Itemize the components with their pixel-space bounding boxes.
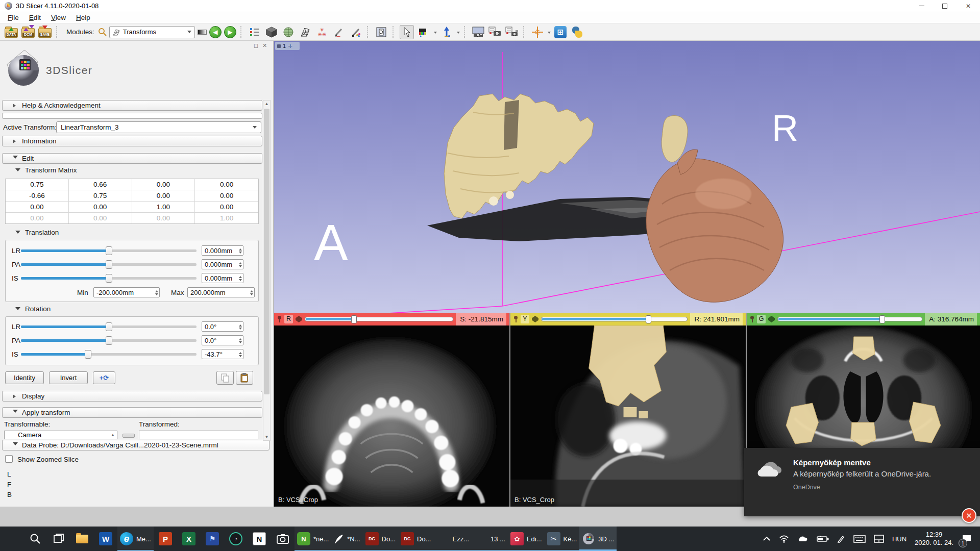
min-value-spinbox[interactable]: -200.000mm — [93, 287, 160, 297]
taskbar-task-view-button[interactable] — [47, 527, 70, 551]
tray-clock[interactable]: 12:39 2020. 01. 24. — [911, 527, 958, 551]
chevron-down-icon[interactable] — [548, 32, 551, 35]
menu-file[interactable]: File — [3, 13, 23, 22]
menu-view[interactable]: View — [46, 13, 70, 22]
chevron-down-icon[interactable] — [457, 32, 460, 35]
module-forward-button[interactable]: ▶ — [224, 26, 236, 38]
extensions-manager-button[interactable]: ⊞ — [553, 25, 568, 39]
pin-icon[interactable] — [750, 316, 754, 322]
taskbar-item-notion[interactable] — [248, 527, 271, 551]
active-transform-combobox[interactable]: LinearTransform_3 — [56, 121, 261, 133]
tray-chevron-button[interactable] — [758, 527, 775, 551]
annotation-ruler-button[interactable] — [332, 25, 346, 39]
taskbar-item-slicer[interactable]: 3D ... — [579, 527, 617, 551]
place-markup-button[interactable] — [439, 25, 454, 39]
taskbar-search-button[interactable] — [23, 527, 47, 551]
module-history-icon[interactable] — [198, 30, 207, 35]
panel-close-icon[interactable]: ✕ — [262, 42, 267, 49]
translation-lr-value[interactable]: 0.000mm — [202, 245, 243, 256]
information-section[interactable]: Information — [2, 136, 262, 146]
volume-rendering-button[interactable] — [264, 25, 279, 39]
module-back-button[interactable]: ◀ — [209, 26, 222, 38]
taskbar-item-acrobat[interactable]: Do... — [363, 527, 398, 551]
max-value-spinbox[interactable]: 200.000mm — [187, 287, 255, 297]
tray-tablet-mode[interactable] — [870, 527, 888, 551]
taskbar-item-powerpoint[interactable] — [154, 527, 177, 551]
scrollbar-thumb[interactable] — [264, 109, 270, 394]
list-item[interactable]: Camera — [18, 431, 41, 439]
load-dicom-button[interactable]: DCM — [21, 25, 35, 39]
slice-bar-yellow[interactable]: Y R: 241.901mm — [510, 313, 746, 325]
translation-header[interactable]: Translation — [15, 229, 59, 236]
screenshot-button[interactable] — [471, 25, 485, 39]
rotation-pa-value[interactable]: 0.0° — [202, 335, 243, 345]
rotation-is-slider[interactable] — [21, 349, 197, 359]
translation-pa-slider[interactable] — [21, 259, 197, 269]
tray-language[interactable]: HUN — [888, 527, 911, 551]
taskbar-item-pen-app[interactable]: *N... — [331, 527, 362, 551]
slice-letter-badge[interactable]: G — [757, 315, 766, 323]
transform-matrix-header[interactable]: Transform Matrix — [15, 166, 77, 174]
help-acknowledgement-section[interactable]: Help & Acknowledgement — [2, 100, 262, 111]
taskbar-item-firefox-2[interactable]: 13 ... — [472, 527, 508, 551]
module-search-icon[interactable] — [98, 28, 107, 36]
save-button[interactable]: SAVE — [38, 25, 52, 39]
slice-offset-slider-green[interactable] — [777, 315, 922, 323]
display-section[interactable]: Display — [2, 391, 262, 402]
edit-section[interactable]: Edit — [2, 153, 262, 164]
window-level-button[interactable] — [416, 25, 431, 39]
mouse-interaction-button[interactable] — [400, 25, 414, 39]
slice-bar-red[interactable]: R S: -21.815mm — [274, 313, 509, 325]
taskbar-item-firefox[interactable]: Ezz... — [434, 527, 472, 551]
close-button[interactable]: ✕ — [957, 0, 980, 12]
paste-button[interactable] — [236, 371, 253, 385]
taskbar-item-excel[interactable] — [177, 527, 201, 551]
layout-selector-button[interactable] — [374, 25, 388, 39]
transformed-list[interactable] — [139, 431, 258, 439]
taskbar-item-photos[interactable]: Edi... — [508, 527, 545, 551]
translation-lr-slider[interactable] — [21, 245, 197, 256]
scroll-down-icon[interactable]: ▼ — [263, 435, 270, 439]
slice-view-red-axial[interactable]: B: VCS_Crop — [274, 325, 509, 507]
show-zoomed-slice-checkbox[interactable] — [5, 455, 13, 463]
transfer-button[interactable] — [122, 434, 135, 438]
taskbar-item-flag-app[interactable] — [201, 527, 224, 551]
tray-onedrive[interactable] — [793, 527, 813, 551]
rotation-header[interactable]: Rotation — [15, 305, 51, 313]
apply-transform-section[interactable]: Apply transform — [2, 407, 262, 418]
transformable-list[interactable]: Camera ▲ — [4, 431, 117, 439]
view3d-controller-bar[interactable]: 1 ✛ — [275, 42, 300, 50]
tray-battery[interactable] — [813, 527, 833, 551]
scroll-up-icon[interactable]: ▲ — [111, 433, 115, 437]
taskbar-item-file-explorer[interactable] — [70, 527, 94, 551]
menu-edit[interactable]: Edit — [24, 13, 45, 22]
slice-view-yellow-sagittal[interactable]: B: VCS_Crop — [510, 325, 746, 507]
notification-close-badge[interactable]: ✕ — [962, 508, 976, 523]
slice-letter-badge[interactable]: Y — [521, 315, 529, 323]
python-console-button[interactable] — [570, 25, 584, 39]
slice-offset-slider-red[interactable] — [305, 315, 453, 323]
taskbar-item-notepad[interactable]: *ne... — [295, 527, 331, 551]
slice-visibility-icon[interactable] — [532, 316, 538, 322]
slice-bar-green[interactable]: G A: 316.764mm — [747, 313, 980, 325]
action-center-button[interactable]: 1 — [958, 527, 978, 551]
identity-button[interactable]: Identity — [5, 371, 44, 384]
slice-offset-slider-yellow[interactable] — [541, 315, 688, 323]
maximize-button[interactable] — [933, 0, 957, 12]
panel-scrollbar[interactable]: ▲ ▼ — [263, 100, 271, 441]
translation-is-value[interactable]: 0.000mm — [202, 273, 243, 283]
markups-button[interactable] — [349, 25, 363, 39]
translation-pa-value[interactable]: 0.000mm — [202, 259, 243, 269]
translation-is-slider[interactable] — [21, 273, 197, 283]
chevron-down-icon[interactable] — [434, 32, 437, 35]
taskbar-item-snip[interactable]: Ké... — [545, 527, 580, 551]
scene-view-capture-button[interactable] — [488, 25, 502, 39]
invert-button[interactable]: Invert — [49, 371, 88, 384]
menu-help[interactable]: Help — [71, 13, 95, 22]
scroll-up-icon[interactable]: ▲ — [263, 102, 270, 106]
taskbar-item-camera-app[interactable] — [271, 527, 295, 551]
taskbar-item-edge[interactable]: Me... — [117, 527, 154, 551]
rotation-pa-slider[interactable] — [21, 335, 197, 345]
transforms-button[interactable] — [298, 25, 312, 39]
tray-pen[interactable] — [833, 527, 849, 551]
